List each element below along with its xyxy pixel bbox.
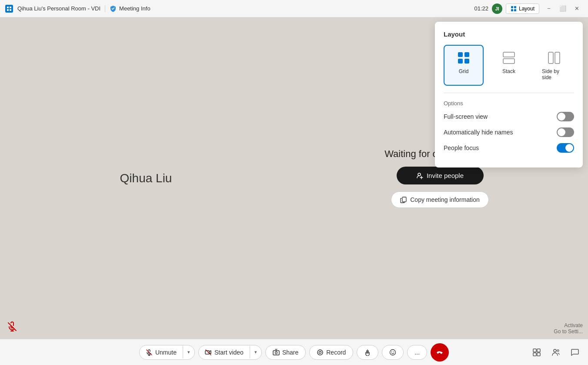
more-label: ... xyxy=(414,349,420,356)
people-focus-toggle[interactable] xyxy=(557,143,574,153)
stack-label: Stack xyxy=(502,68,515,74)
chat-button[interactable] xyxy=(567,345,583,360)
title-bar-left: Qihua Liu's Personal Room - VDI Meeting … xyxy=(5,5,150,13)
window-controls: − ⬜ ✕ xyxy=(543,3,583,15)
grid-label: Grid xyxy=(459,68,469,74)
title-bar: Qihua Liu's Personal Room - VDI Meeting … xyxy=(0,0,588,17)
share-button[interactable]: Share xyxy=(265,345,306,360)
svg-rect-39 xyxy=(537,353,540,356)
svg-rect-1 xyxy=(10,7,11,8)
people-focus-label: People focus xyxy=(444,144,479,151)
svg-rect-17 xyxy=(458,59,463,64)
app-icon xyxy=(5,5,13,13)
svg-rect-6 xyxy=(511,9,513,11)
svg-point-32 xyxy=(319,351,321,353)
layout-side-by-side-option[interactable]: Side by side xyxy=(534,45,574,86)
svg-rect-16 xyxy=(464,52,469,57)
grid-icon xyxy=(456,50,471,66)
start-video-chevron[interactable]: ▾ xyxy=(250,346,261,358)
start-video-button-group: Start video ▾ xyxy=(198,345,262,360)
svg-point-31 xyxy=(317,350,323,355)
more-button[interactable]: ... xyxy=(407,345,427,360)
share-icon xyxy=(273,349,280,356)
layout-popup-title: Layout xyxy=(444,30,574,38)
svg-rect-20 xyxy=(503,59,514,64)
svg-point-11 xyxy=(418,173,421,176)
svg-rect-19 xyxy=(503,52,514,57)
svg-rect-7 xyxy=(514,9,516,11)
layout-button[interactable]: Layout xyxy=(506,3,539,14)
copy-meeting-info-button[interactable]: Copy meeting information xyxy=(391,191,489,208)
layout-divider xyxy=(444,93,574,93)
left-panel: Qihua Liu xyxy=(0,17,292,339)
svg-point-33 xyxy=(390,349,396,355)
record-button[interactable]: Record xyxy=(309,345,353,360)
auto-hide-label: Automatically hide names xyxy=(444,129,513,136)
svg-point-35 xyxy=(394,352,394,352)
share-label: Share xyxy=(282,349,298,356)
layout-stack-option[interactable]: Stack xyxy=(489,45,529,86)
minimize-button[interactable]: − xyxy=(543,3,555,15)
avatar: JI xyxy=(492,3,502,14)
start-video-label: Start video xyxy=(214,349,244,356)
options-title: Options xyxy=(444,100,574,107)
copy-btn-label: Copy meeting information xyxy=(410,196,480,203)
grid-view-button[interactable] xyxy=(529,345,545,360)
svg-point-40 xyxy=(554,349,556,352)
shield-icon xyxy=(110,5,117,12)
go-to-settings-label: Go to Setti... xyxy=(554,328,583,335)
app-title: Qihua Liu's Personal Room - VDI xyxy=(17,5,100,12)
layout-popup: Layout Grid Stack xyxy=(435,22,583,167)
stack-icon xyxy=(501,50,517,66)
unmute-label: Unmute xyxy=(155,349,177,356)
raise-hand-icon xyxy=(364,349,371,356)
invite-people-button[interactable]: Invite people xyxy=(397,167,484,184)
auto-hide-option-row: Automatically hide names xyxy=(444,127,574,137)
layout-icon xyxy=(511,6,517,12)
svg-rect-21 xyxy=(548,52,553,64)
start-video-button[interactable]: Start video xyxy=(199,345,250,359)
toolbar: Unmute ▾ Start video ▾ Share R xyxy=(0,339,588,365)
svg-rect-37 xyxy=(537,349,540,352)
auto-hide-toggle[interactable] xyxy=(557,127,574,137)
activate-label: Activate xyxy=(554,322,583,328)
fullscreen-toggle[interactable] xyxy=(557,112,574,121)
unmute-chevron[interactable]: ▾ xyxy=(183,346,194,358)
meeting-info-tab[interactable]: Meeting Info xyxy=(110,5,150,12)
meeting-info-label: Meeting Info xyxy=(119,5,150,12)
title-divider xyxy=(105,5,105,12)
activate-watermark: Activate Go to Setti... xyxy=(554,322,583,335)
record-icon xyxy=(317,349,324,356)
svg-point-29 xyxy=(275,352,277,354)
svg-point-41 xyxy=(557,350,559,352)
svg-rect-4 xyxy=(511,6,513,8)
close-button[interactable]: ✕ xyxy=(571,3,583,15)
svg-rect-2 xyxy=(7,9,9,11)
svg-rect-5 xyxy=(514,6,516,8)
end-call-button[interactable] xyxy=(431,343,449,362)
svg-rect-36 xyxy=(533,349,536,352)
chat-icon xyxy=(571,348,579,357)
copy-icon xyxy=(400,197,407,203)
svg-point-34 xyxy=(391,352,392,352)
fullscreen-label: Full-screen view xyxy=(444,113,488,120)
side-by-side-icon xyxy=(546,50,562,66)
end-call-icon xyxy=(435,348,444,357)
grid-view-icon xyxy=(532,348,541,357)
reactions-button[interactable] xyxy=(382,345,404,360)
people-focus-option-row: People focus xyxy=(444,143,574,153)
maximize-button[interactable]: ⬜ xyxy=(557,3,569,15)
svg-rect-18 xyxy=(464,59,469,64)
layout-grid-option[interactable]: Grid xyxy=(444,45,484,86)
unmute-button-group: Unmute ▾ xyxy=(139,345,195,360)
record-label: Record xyxy=(326,349,346,356)
title-bar-right: 01:22 JI Layout − ⬜ ✕ xyxy=(474,3,583,15)
mic-muted-icon xyxy=(7,321,17,332)
mic-off-icon xyxy=(146,349,153,356)
time-display: 01:22 xyxy=(474,5,488,12)
raise-hand-button[interactable] xyxy=(357,345,378,360)
unmute-button[interactable]: Unmute xyxy=(140,345,183,359)
invite-btn-label: Invite people xyxy=(427,172,464,179)
participants-button[interactable] xyxy=(548,345,564,360)
svg-rect-14 xyxy=(402,197,406,202)
